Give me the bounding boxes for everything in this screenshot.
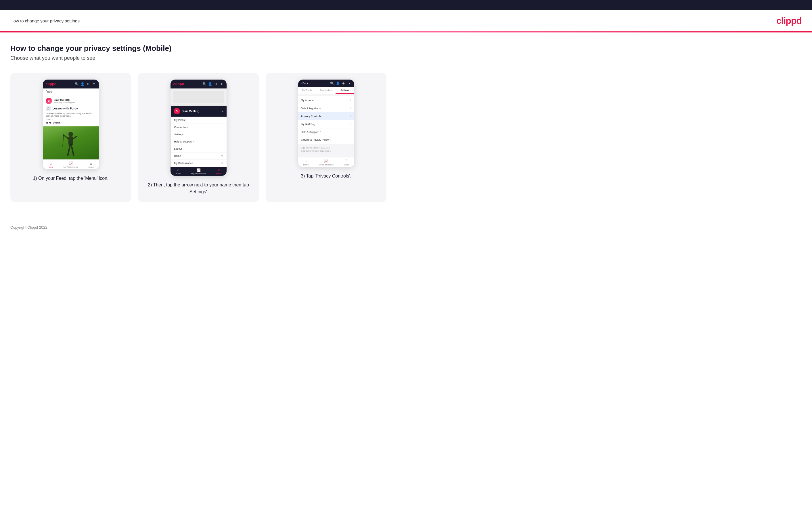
top-bar	[0, 0, 812, 10]
phone1-bottom-nav: ⌂ Home 📈 My Performance ☰ Menu	[43, 159, 99, 169]
chart-icon: 📈	[69, 161, 73, 165]
phone3-privacy-controls: Privacy Controls ›	[298, 112, 354, 120]
phone1-duration-label: Duration	[46, 118, 96, 120]
step-2-card: clippd 🔍 👤 ⊕ ▾	[138, 73, 259, 202]
user-icon: 👤	[81, 82, 85, 86]
phone1-golf-image	[43, 126, 99, 159]
phone1-feed-tab: Feed	[43, 89, 99, 95]
phone2-my-profile: My Profile	[171, 117, 226, 124]
home-icon-2: ⌂	[177, 168, 179, 172]
chevron-down-icon-2: ▾	[220, 82, 224, 86]
phone3-settings-content: My Account › Data Integrations › Privacy…	[298, 94, 354, 157]
phone3-my-golf-bag-label: My Golf Bag	[301, 123, 315, 126]
phone3-service-privacy: Service & Privacy Policy ↗	[298, 136, 354, 144]
phone3-menu-label: Menu	[344, 164, 349, 166]
performance-chevron-icon: ∨	[221, 162, 223, 165]
phone3-tab-myprofile: My Profile	[298, 87, 317, 94]
phone3-my-account: My Account ›	[298, 96, 354, 104]
phone3-tabs: My Profile Connections Settings	[298, 87, 354, 94]
page-heading: How to change your privacy settings (Mob…	[10, 44, 802, 53]
phone2-performance-nav-label: My Performance	[191, 173, 206, 175]
logo: clippd	[776, 15, 802, 26]
phone3-version-info: Clippd Client Version: 2022.8.3-3 GQL Se…	[298, 144, 354, 155]
phone2-username: Blair McHarg	[182, 110, 200, 113]
chart-icon-2: 📈	[197, 168, 201, 172]
phone3-performance-label: My Performance	[319, 164, 334, 166]
phone3-bottom-nav: ⌂ Home 📈 My Performance ☰ Menu	[298, 157, 354, 167]
phone1-date: Yesterday · Sunningdale	[54, 101, 75, 103]
phone2-nav-close: ✕ Menu	[216, 168, 221, 175]
home-icon-3: ⌂	[305, 159, 307, 163]
golfer-silhouette	[62, 131, 80, 159]
phone-mockup-2: clippd 🔍 👤 ⊕ ▾	[170, 79, 226, 176]
phone1-avatar: B	[46, 98, 52, 104]
phone2-connections: Connections	[171, 124, 226, 131]
phone2-nav-performance: 📈 My Performance	[191, 168, 206, 175]
phone2-icons: 🔍 👤 ⊕ ▾	[202, 82, 224, 86]
svg-line-5	[71, 145, 73, 155]
cards-row: clippd 🔍 👤 ⊕ ▾ Feed B	[10, 73, 802, 202]
phone1-nav-home: ⌂ Home	[48, 161, 53, 168]
user-icon-3: 👤	[336, 81, 340, 85]
phone3-nav-performance: 📈 My Performance	[319, 159, 334, 166]
phone3-my-golf-bag-arrow: ›	[350, 123, 351, 126]
step-1-card: clippd 🔍 👤 ⊕ ▾ Feed B	[10, 73, 131, 202]
phone3-my-account-arrow: ›	[350, 99, 351, 102]
user-icon-2: 👤	[208, 82, 212, 86]
home-chevron-icon: ∨	[221, 155, 223, 157]
phone1-username: Blair McHarg	[54, 99, 75, 101]
phone2-expand-chevron: ∧	[222, 110, 224, 113]
search-icon-2: 🔍	[202, 82, 206, 86]
footer: Copyright Clippd 2022	[0, 219, 812, 235]
menu-icon: ☰	[90, 161, 93, 165]
phone-mockup-1: clippd 🔍 👤 ⊕ ▾ Feed B	[43, 79, 99, 169]
phone2-close-label: Menu	[216, 173, 221, 175]
phone1-home-label: Home	[48, 166, 53, 168]
phone2-bottom-nav: ⌂ Home 📈 My Performance ✕ Menu	[170, 167, 226, 176]
phone1-nav-menu: ☰ Menu	[89, 161, 94, 168]
phone1-post: B Blair McHarg Yesterday · Sunningdale 📋…	[43, 95, 99, 126]
phone1-icons: 🔍 👤 ⊕ ▾	[75, 82, 96, 86]
phone2-menu-overlay: B Blair McHarg ∧ My Profile Connections …	[170, 106, 226, 167]
phone2-home-label: Home	[174, 155, 181, 157]
step-3-caption: 3) Tap 'Privacy Controls'.	[301, 173, 351, 179]
phone3-server-version: GQL Server Version: 2022.7.30-1	[301, 149, 351, 153]
page-subheading: Choose what you want people to see	[10, 55, 802, 61]
phone3-back-label: ‹ Back	[301, 82, 308, 85]
phone3-help-support: Help & Support ↗	[298, 128, 354, 136]
phone1-duration-value: 01 hr : 30 min	[46, 121, 96, 124]
step-3-card: ‹ Back 🔍 👤 ⊕ ▾ My Profile Connections Se…	[266, 73, 387, 202]
svg-line-6	[63, 135, 63, 147]
phone3-data-integrations-arrow: ›	[350, 107, 351, 110]
phone2-performance-section: My Performance ∨	[171, 160, 226, 167]
plus-circle-icon: ⊕	[86, 82, 90, 86]
phone1-lesson-row: 📋 Lesson with Fordy	[46, 106, 96, 111]
copyright-text: Copyright Clippd 2022	[10, 225, 47, 229]
svg-line-3	[73, 136, 77, 139]
phone2-content: B Blair McHarg ∧ My Profile Connections …	[170, 89, 226, 167]
svg-rect-1	[68, 136, 73, 145]
phone3-my-golf-bag: My Golf Bag ›	[298, 120, 354, 128]
phone3-my-account-label: My Account	[301, 99, 314, 102]
header-title: How to change your privacy settings	[10, 18, 80, 23]
plus-circle-icon-2: ⊕	[214, 82, 218, 86]
phone3-service-privacy-label: Service & Privacy Policy ↗	[301, 138, 332, 141]
svg-point-0	[68, 132, 73, 136]
svg-line-2	[63, 135, 68, 139]
phone1-feed-content: Feed B Blair McHarg Yesterday · Sunningd…	[43, 89, 99, 159]
menu-icon-3: ☰	[345, 159, 348, 163]
phone2-logout: Logout	[171, 145, 226, 153]
phone-mockup-3: ‹ Back 🔍 👤 ⊕ ▾ My Profile Connections Se…	[298, 79, 354, 167]
plus-circle-icon-3: ⊕	[342, 81, 346, 85]
search-icon-3: 🔍	[330, 81, 334, 85]
phone1-user-row: B Blair McHarg Yesterday · Sunningdale	[46, 98, 96, 104]
phone2-topbar: clippd 🔍 👤 ⊕ ▾	[170, 79, 226, 89]
phone1-topbar: clippd 🔍 👤 ⊕ ▾	[43, 79, 99, 89]
phone1-lesson-title: Lesson with Fordy	[53, 107, 78, 110]
phone1-nav-performance: 📈 My Performance	[63, 161, 78, 168]
phone3-topbar: ‹ Back 🔍 👤 ⊕ ▾	[298, 79, 354, 87]
phone3-data-integrations-label: Data Integrations	[301, 107, 321, 110]
phone3-tab-settings: Settings	[336, 87, 354, 94]
header: How to change your privacy settings clip…	[0, 10, 812, 31]
home-icon: ⌂	[49, 161, 51, 165]
